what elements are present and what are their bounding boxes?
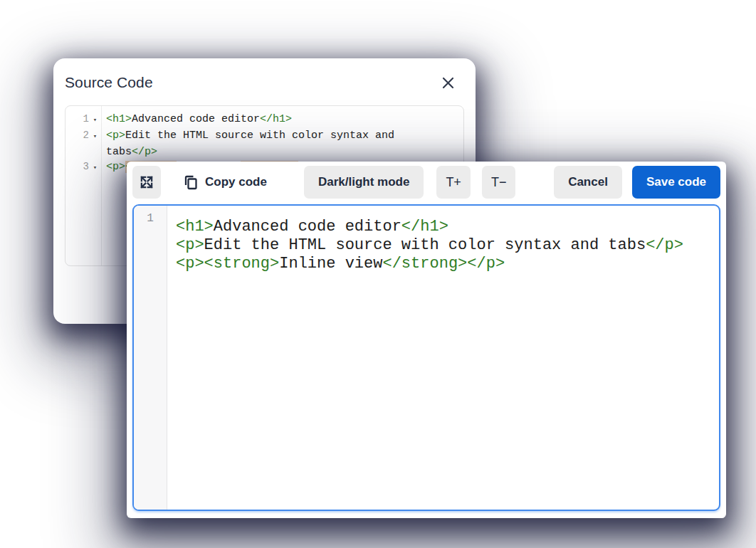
line-number: 1 [147,212,154,225]
fold-arrow-icon[interactable]: ▾ [89,161,101,176]
fullscreen-button[interactable] [132,166,161,199]
cancel-button[interactable]: Cancel [554,166,622,199]
fold-arrow-icon[interactable]: ▾ [89,113,101,128]
fold-arrow-icon[interactable]: ▾ [89,130,101,144]
code-text: tabs</p> [101,144,157,159]
inline-code-lines: <h1>Advanced code editor</h1><p>Edit the… [167,206,719,510]
code-line: 1▾<h1>Advanced code editor</h1> [65,112,463,128]
line-number-gutter: 1 [134,206,167,510]
code-line: <p><strong>Inline view</strong></p> [176,255,719,273]
dark-light-mode-button[interactable]: Dark/light mode [304,166,424,199]
code-line: tabs</p> [65,144,463,159]
inline-editor-panel: Copy code Dark/light mode T+ T− Cancel S… [127,162,726,518]
code-text: <h1>Advanced code editor</h1> [101,112,292,127]
code-text: <p>Edit the HTML source with color synta… [101,128,394,143]
line-number: 1 [65,112,89,127]
font-increase-button[interactable]: T+ [436,166,471,199]
font-decrease-button[interactable]: T− [482,166,516,199]
close-icon[interactable] [441,75,456,90]
copy-code-button[interactable]: Copy code [177,166,274,199]
save-code-button[interactable]: Save code [632,166,720,199]
dialog-title: Source Code [65,74,153,91]
code-line: <p>Edit the HTML source with color synta… [176,236,719,255]
line-number: 2 [65,128,89,143]
copy-code-label: Copy code [205,175,267,189]
dialog-header: Source Code [53,58,476,91]
code-line: 2▾<p>Edit the HTML source with color syn… [65,128,463,144]
line-number: 3 [65,159,89,174]
editor-toolbar: Copy code Dark/light mode T+ T− Cancel S… [132,166,720,199]
expand-icon [139,174,154,190]
code-text: <p>Edit the HTML source with color synta… [176,236,683,254]
code-line: <h1>Advanced code editor</h1> [176,218,719,236]
code-text: <h1>Advanced code editor</h1> [176,218,448,236]
inline-code-editor[interactable]: 1 <h1>Advanced code editor</h1><p>Edit t… [132,204,720,511]
copy-icon [184,174,199,191]
code-text: <p><strong>Inline view</strong></p> [176,255,505,273]
